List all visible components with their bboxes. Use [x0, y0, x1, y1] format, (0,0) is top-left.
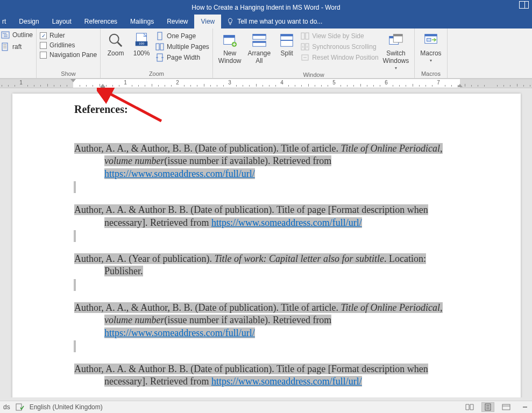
new-window-button[interactable]: New Window [216, 31, 244, 65]
ribbon-group-macros: Macros ▾ Macros [415, 29, 447, 78]
reference-link[interactable]: https://www.someaddress.com/full/url/ [104, 168, 255, 179]
tab-layout[interactable]: Layout [46, 15, 78, 29]
right-indent-marker[interactable] [457, 84, 463, 87]
outline-label: Outline [12, 31, 33, 39]
one-page-button[interactable]: One Page [155, 32, 209, 40]
web-layout-icon [502, 403, 510, 411]
reference-entry: Author, A. A. & Author B. B. (Date of pu… [74, 363, 462, 388]
print-layout-icon [484, 403, 492, 411]
multiple-pages-label: Multiple Pages [167, 43, 209, 51]
spellcheck-status[interactable] [16, 403, 24, 411]
print-layout-button[interactable] [481, 402, 494, 412]
new-window-label: New Window [218, 50, 242, 65]
ribbon-group-show: ✓ Ruler Gridlines Navigation Pane Show [37, 29, 101, 78]
svg-rect-41 [425, 34, 437, 37]
sync-scroll-label: Synchronous Scrolling [312, 43, 376, 51]
split-button[interactable]: Split [275, 31, 299, 58]
document-area[interactable]: References: Author, A. A., & Author, B. … [0, 88, 532, 397]
zoom-100-label: 100% [133, 50, 150, 58]
outline-icon [1, 31, 10, 39]
tab-insert-partial[interactable]: rt [0, 15, 12, 29]
new-window-icon [222, 32, 238, 48]
zoom-button[interactable]: Zoom [104, 31, 127, 58]
reference-entry: Author, A. A. (Year of publication). Tit… [74, 253, 462, 278]
read-mode-button[interactable] [463, 402, 476, 412]
svg-line-9 [118, 42, 122, 47]
gridlines-checkbox[interactable]: Gridlines [40, 41, 97, 49]
web-layout-button[interactable] [500, 402, 513, 412]
multiple-pages-button[interactable]: Multiple Pages [155, 42, 209, 51]
svg-rect-50 [502, 404, 510, 410]
read-mode-icon [465, 403, 474, 411]
switch-windows-button[interactable]: Switch Windows ▾ [381, 31, 412, 70]
arrange-all-icon [251, 32, 267, 48]
checkbox-icon: ✓ [40, 32, 47, 39]
svg-rect-14 [156, 44, 159, 50]
view-side-by-side-button: View Side by Side [301, 32, 378, 40]
page-100-icon: 100 [133, 32, 150, 48]
arrange-all-button[interactable]: Arrange All [246, 31, 273, 65]
tab-view[interactable]: View [194, 15, 221, 29]
navpane-checkbox-label: Navigation Pane [49, 51, 97, 59]
ruler-checkbox-label: Ruler [49, 32, 65, 39]
horizontal-ruler[interactable]: 11234567 [0, 79, 532, 88]
paragraph-mark [74, 230, 76, 242]
svg-point-8 [110, 34, 119, 44]
synchronous-scrolling-button: Synchronous Scrolling [301, 42, 378, 51]
reference-link[interactable]: https://www.someaddress.com/full/url/ [211, 376, 362, 387]
paragraph-mark [74, 279, 76, 291]
language-status[interactable]: English (United Kingdom) [30, 403, 103, 411]
tab-review[interactable]: Review [160, 15, 194, 29]
svg-rect-13 [158, 32, 162, 40]
svg-rect-45 [16, 404, 22, 410]
svg-rect-31 [301, 33, 304, 39]
tab-mailings[interactable]: Mailings [124, 15, 160, 29]
tab-design[interactable]: Design [12, 15, 45, 29]
tell-me-search[interactable]: Tell me what you want to do... [221, 15, 322, 29]
navigation-pane-checkbox[interactable]: Navigation Pane [40, 51, 97, 59]
language-label: English (United Kingdom) [30, 403, 103, 411]
first-line-indent-marker[interactable] [70, 79, 76, 82]
reference-link[interactable]: https://www.someaddress.com/full/url/ [104, 327, 255, 338]
minus-icon [522, 404, 528, 410]
macros-label: Macros [420, 50, 441, 58]
switch-windows-label: Switch Windows [383, 50, 409, 65]
ribbon-group-window: New Window Arrange All Split View Side b… [213, 29, 415, 78]
reset-pos-icon [301, 53, 309, 62]
titlebar: How to Create a Hanging Indent in MS Wor… [0, 0, 532, 15]
group-label-macros: Macros [418, 69, 443, 77]
spellcheck-icon [16, 403, 24, 411]
window-title: How to Create a Hanging Indent in MS Wor… [191, 4, 340, 11]
ruler-checkbox[interactable]: ✓ Ruler [40, 32, 97, 39]
side-by-side-label: View Side by Side [312, 32, 364, 40]
outline-view-button[interactable]: Outline [1, 31, 33, 39]
draft-view-button[interactable]: raft [1, 42, 22, 51]
zoom-out-button[interactable] [521, 404, 529, 410]
side-by-side-icon [301, 32, 309, 40]
checkbox-icon [40, 52, 47, 59]
ribbon-tabstrip: rt Design Layout References Mailings Rev… [0, 15, 532, 29]
switch-windows-icon [388, 32, 404, 48]
references-heading: References: [74, 103, 462, 116]
ribbon-options-icon[interactable] [519, 1, 529, 9]
reference-link[interactable]: https://www.someaddress.com/full/url/ [211, 217, 362, 228]
chevron-down-icon: ▾ [395, 66, 397, 70]
macros-button[interactable]: Macros ▾ [418, 31, 443, 63]
word-count-label: ds [3, 403, 10, 411]
gridlines-checkbox-label: Gridlines [49, 41, 75, 49]
group-label-show: Show [40, 69, 97, 77]
svg-rect-15 [160, 44, 164, 50]
page-width-label: Page Width [167, 54, 200, 61]
group-label-zoom: Zoom [104, 69, 209, 77]
multiple-pages-icon [155, 42, 164, 51]
zoom-100-button[interactable]: 100 100% [130, 31, 153, 58]
statusbar: ds English (United Kingdom) [0, 401, 532, 413]
ribbon-group-views: Outline raft [0, 29, 37, 78]
tab-references[interactable]: References [78, 15, 124, 29]
page-width-button[interactable]: Page Width [155, 53, 209, 62]
paragraph-mark [74, 181, 76, 193]
ribbon-group-zoom: Zoom 100 100% One Page [101, 29, 213, 78]
word-count-status[interactable]: ds [3, 403, 10, 411]
svg-rect-39 [393, 34, 402, 37]
svg-rect-42 [427, 38, 431, 41]
